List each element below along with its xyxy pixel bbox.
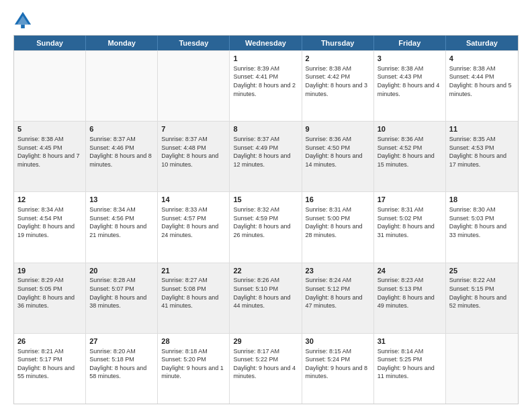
calendar-day-cell: 13Sunrise: 8:34 AM Sunset: 4:56 PM Dayli… bbox=[86, 192, 158, 262]
day-number: 14 bbox=[161, 195, 226, 205]
day-content: Sunrise: 8:23 AM Sunset: 5:13 PM Dayligh… bbox=[378, 276, 442, 310]
day-number: 5 bbox=[17, 124, 82, 134]
day-number: 30 bbox=[306, 336, 370, 347]
calendar-header-day: Saturday bbox=[446, 36, 518, 50]
day-content: Sunrise: 8:33 AM Sunset: 4:57 PM Dayligh… bbox=[161, 205, 226, 239]
day-number: 16 bbox=[306, 195, 370, 205]
day-number: 19 bbox=[17, 266, 82, 276]
calendar-day-cell: 9Sunrise: 8:36 AM Sunset: 4:50 PM Daylig… bbox=[302, 122, 374, 191]
calendar-week-row: 5Sunrise: 8:38 AM Sunset: 4:45 PM Daylig… bbox=[14, 121, 518, 191]
calendar-day-cell: 19Sunrise: 8:29 AM Sunset: 5:05 PM Dayli… bbox=[14, 263, 86, 333]
day-number: 31 bbox=[378, 336, 442, 347]
day-content: Sunrise: 8:37 AM Sunset: 4:46 PM Dayligh… bbox=[89, 135, 154, 169]
day-number: 13 bbox=[89, 195, 154, 205]
day-content: Sunrise: 8:18 AM Sunset: 5:20 PM Dayligh… bbox=[161, 347, 226, 381]
day-content: Sunrise: 8:21 AM Sunset: 5:17 PM Dayligh… bbox=[17, 347, 82, 381]
calendar-day-cell: 26Sunrise: 8:21 AM Sunset: 5:17 PM Dayli… bbox=[14, 334, 86, 404]
day-number: 15 bbox=[233, 195, 298, 205]
calendar-day-cell: 24Sunrise: 8:23 AM Sunset: 5:13 PM Dayli… bbox=[374, 263, 446, 333]
logo-icon bbox=[13, 11, 32, 30]
calendar-header-day: Friday bbox=[374, 36, 446, 50]
day-number: 26 bbox=[17, 336, 82, 347]
calendar-day-cell: 18Sunrise: 8:30 AM Sunset: 5:03 PM Dayli… bbox=[446, 192, 518, 262]
day-content: Sunrise: 8:20 AM Sunset: 5:18 PM Dayligh… bbox=[89, 347, 154, 381]
calendar-day-cell: 12Sunrise: 8:34 AM Sunset: 4:54 PM Dayli… bbox=[14, 192, 86, 262]
header bbox=[13, 11, 519, 30]
calendar-day-cell: 30Sunrise: 8:15 AM Sunset: 5:24 PM Dayli… bbox=[302, 334, 374, 404]
day-number: 22 bbox=[233, 266, 298, 276]
day-number: 10 bbox=[378, 124, 442, 134]
calendar-day-cell: 31Sunrise: 8:14 AM Sunset: 5:25 PM Dayli… bbox=[374, 334, 446, 404]
day-number: 28 bbox=[161, 336, 226, 347]
day-content: Sunrise: 8:35 AM Sunset: 4:53 PM Dayligh… bbox=[449, 135, 515, 169]
day-number: 2 bbox=[306, 54, 370, 64]
day-content: Sunrise: 8:31 AM Sunset: 5:00 PM Dayligh… bbox=[306, 205, 370, 239]
day-content: Sunrise: 8:34 AM Sunset: 4:56 PM Dayligh… bbox=[89, 205, 154, 239]
calendar-header: SundayMondayTuesdayWednesdayThursdayFrid… bbox=[14, 36, 518, 50]
calendar-day-cell bbox=[86, 51, 158, 121]
day-content: Sunrise: 8:22 AM Sunset: 5:15 PM Dayligh… bbox=[449, 276, 515, 310]
day-content: Sunrise: 8:28 AM Sunset: 5:07 PM Dayligh… bbox=[89, 276, 154, 310]
calendar-header-day: Thursday bbox=[302, 36, 374, 50]
calendar-day-cell: 25Sunrise: 8:22 AM Sunset: 5:15 PM Dayli… bbox=[446, 263, 518, 333]
svg-rect-2 bbox=[21, 25, 25, 29]
day-number: 8 bbox=[233, 124, 298, 134]
calendar-day-cell: 23Sunrise: 8:24 AM Sunset: 5:12 PM Dayli… bbox=[302, 263, 374, 333]
calendar-week-row: 1Sunrise: 8:39 AM Sunset: 4:41 PM Daylig… bbox=[14, 50, 518, 121]
calendar-day-cell: 14Sunrise: 8:33 AM Sunset: 4:57 PM Dayli… bbox=[158, 192, 230, 262]
day-content: Sunrise: 8:39 AM Sunset: 4:41 PM Dayligh… bbox=[233, 64, 298, 98]
day-number: 12 bbox=[17, 195, 82, 205]
day-number: 27 bbox=[89, 336, 154, 347]
calendar-day-cell: 8Sunrise: 8:37 AM Sunset: 4:49 PM Daylig… bbox=[230, 122, 302, 191]
day-content: Sunrise: 8:14 AM Sunset: 5:25 PM Dayligh… bbox=[378, 347, 442, 381]
day-content: Sunrise: 8:27 AM Sunset: 5:08 PM Dayligh… bbox=[161, 276, 226, 310]
calendar-day-cell: 11Sunrise: 8:35 AM Sunset: 4:53 PM Dayli… bbox=[446, 122, 518, 191]
calendar-day-cell bbox=[158, 51, 230, 121]
day-number: 11 bbox=[449, 124, 515, 134]
day-number: 25 bbox=[449, 266, 515, 276]
day-content: Sunrise: 8:38 AM Sunset: 4:43 PM Dayligh… bbox=[378, 64, 442, 98]
day-number: 3 bbox=[378, 54, 442, 64]
calendar-header-day: Tuesday bbox=[158, 36, 230, 50]
calendar-day-cell: 21Sunrise: 8:27 AM Sunset: 5:08 PM Dayli… bbox=[158, 263, 230, 333]
day-content: Sunrise: 8:30 AM Sunset: 5:03 PM Dayligh… bbox=[449, 205, 515, 239]
calendar-week-row: 26Sunrise: 8:21 AM Sunset: 5:17 PM Dayli… bbox=[14, 333, 518, 404]
day-number: 21 bbox=[161, 266, 226, 276]
day-content: Sunrise: 8:26 AM Sunset: 5:10 PM Dayligh… bbox=[233, 276, 298, 310]
calendar-week-row: 12Sunrise: 8:34 AM Sunset: 4:54 PM Dayli… bbox=[14, 191, 518, 262]
calendar-day-cell: 16Sunrise: 8:31 AM Sunset: 5:00 PM Dayli… bbox=[302, 192, 374, 262]
calendar-day-cell: 29Sunrise: 8:17 AM Sunset: 5:22 PM Dayli… bbox=[230, 334, 302, 404]
calendar-day-cell: 1Sunrise: 8:39 AM Sunset: 4:41 PM Daylig… bbox=[230, 51, 302, 121]
calendar-day-cell: 4Sunrise: 8:38 AM Sunset: 4:44 PM Daylig… bbox=[446, 51, 518, 121]
calendar-day-cell: 28Sunrise: 8:18 AM Sunset: 5:20 PM Dayli… bbox=[158, 334, 230, 404]
day-content: Sunrise: 8:38 AM Sunset: 4:45 PM Dayligh… bbox=[17, 135, 82, 169]
day-content: Sunrise: 8:17 AM Sunset: 5:22 PM Dayligh… bbox=[233, 347, 298, 381]
day-content: Sunrise: 8:15 AM Sunset: 5:24 PM Dayligh… bbox=[306, 347, 370, 381]
calendar: SundayMondayTuesdayWednesdayThursdayFrid… bbox=[13, 35, 519, 404]
day-number: 6 bbox=[89, 124, 154, 134]
calendar-day-cell: 10Sunrise: 8:36 AM Sunset: 4:52 PM Dayli… bbox=[374, 122, 446, 191]
calendar-day-cell: 27Sunrise: 8:20 AM Sunset: 5:18 PM Dayli… bbox=[86, 334, 158, 404]
day-content: Sunrise: 8:37 AM Sunset: 4:49 PM Dayligh… bbox=[233, 135, 298, 169]
calendar-day-cell: 22Sunrise: 8:26 AM Sunset: 5:10 PM Dayli… bbox=[230, 263, 302, 333]
calendar-day-cell: 3Sunrise: 8:38 AM Sunset: 4:43 PM Daylig… bbox=[374, 51, 446, 121]
calendar-week-row: 19Sunrise: 8:29 AM Sunset: 5:05 PM Dayli… bbox=[14, 263, 518, 333]
calendar-day-cell: 6Sunrise: 8:37 AM Sunset: 4:46 PM Daylig… bbox=[86, 122, 158, 191]
day-number: 4 bbox=[449, 54, 515, 64]
calendar-body: 1Sunrise: 8:39 AM Sunset: 4:41 PM Daylig… bbox=[14, 50, 518, 404]
calendar-header-day: Monday bbox=[86, 36, 158, 50]
calendar-header-day: Wednesday bbox=[230, 36, 302, 50]
day-number: 24 bbox=[378, 266, 442, 276]
calendar-day-cell bbox=[14, 51, 86, 121]
calendar-day-cell: 7Sunrise: 8:37 AM Sunset: 4:48 PM Daylig… bbox=[158, 122, 230, 191]
day-number: 1 bbox=[233, 54, 298, 64]
calendar-day-cell: 5Sunrise: 8:38 AM Sunset: 4:45 PM Daylig… bbox=[14, 122, 86, 191]
day-number: 23 bbox=[306, 266, 370, 276]
page: SundayMondayTuesdayWednesdayThursdayFrid… bbox=[0, 0, 532, 411]
day-content: Sunrise: 8:32 AM Sunset: 4:59 PM Dayligh… bbox=[233, 205, 298, 239]
day-content: Sunrise: 8:29 AM Sunset: 5:05 PM Dayligh… bbox=[17, 276, 82, 310]
day-content: Sunrise: 8:24 AM Sunset: 5:12 PM Dayligh… bbox=[306, 276, 370, 310]
day-content: Sunrise: 8:37 AM Sunset: 4:48 PM Dayligh… bbox=[161, 135, 226, 169]
calendar-day-cell: 2Sunrise: 8:38 AM Sunset: 4:42 PM Daylig… bbox=[302, 51, 374, 121]
calendar-day-cell: 17Sunrise: 8:31 AM Sunset: 5:02 PM Dayli… bbox=[374, 192, 446, 262]
